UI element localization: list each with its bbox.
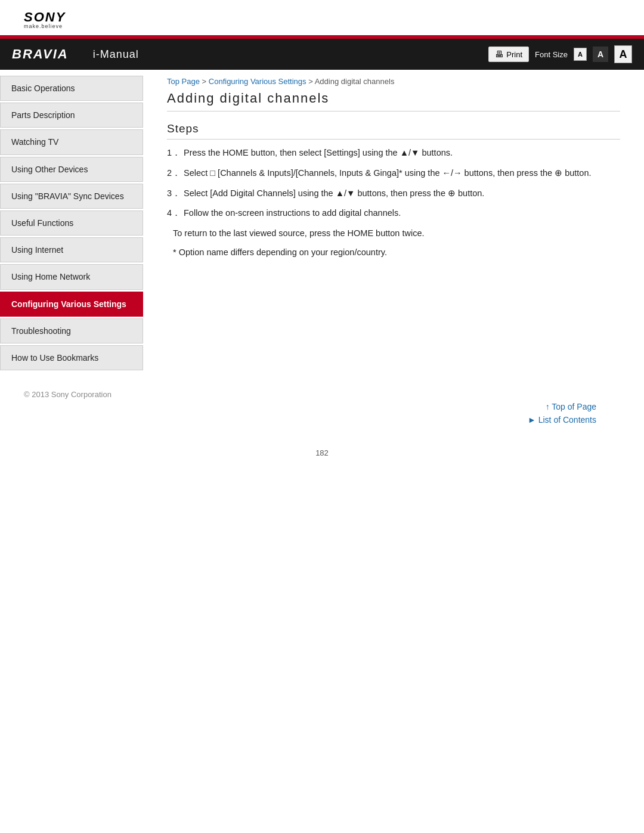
step-4-text: Follow the on-screen instructions to add… — [184, 208, 401, 218]
sidebar-item-how-to-use-bookmarks[interactable]: How to Use Bookmarks — [0, 345, 143, 370]
steps-list: 1． Press the HOME button, then select [S… — [167, 147, 620, 220]
font-size-small-button[interactable]: A — [574, 48, 587, 61]
printer-icon: 🖶 — [495, 49, 503, 59]
bravia-logo: BRAVIA — [12, 47, 69, 62]
page-number: 182 — [0, 442, 644, 469]
step-1-text: Press the HOME button, then select [Sett… — [184, 148, 453, 157]
breadcrumb-separator-2: > — [308, 77, 315, 86]
nav-divider — [79, 48, 82, 61]
font-size-large-button[interactable]: A — [614, 45, 632, 63]
sony-wordmark: SONY — [24, 11, 620, 24]
sidebar-item-using-internet[interactable]: Using Internet — [0, 237, 143, 262]
sidebar-item-using-bravia-sync[interactable]: Using "BRAVIA" Sync Devices — [0, 184, 143, 209]
nav-bar: BRAVIA i-Manual 🖶 Print Font Size A A A — [0, 39, 644, 70]
sidebar-item-troubleshooting[interactable]: Troubleshooting — [0, 318, 143, 343]
top-of-page-link[interactable]: ↑ Top of Page — [546, 402, 596, 411]
sidebar-item-configuring-settings[interactable]: Configuring Various Settings — [0, 292, 143, 317]
step-4: 4． Follow the on-screen instructions to … — [167, 207, 620, 220]
breadcrumb-separator-1: > — [202, 77, 209, 86]
step-4-num: 4． — [167, 207, 181, 220]
step-2-text: Select □ [Channels & Inputs]/[Channels, … — [184, 168, 592, 178]
font-size-medium-button[interactable]: A — [593, 47, 608, 62]
font-size-label: Font Size — [535, 50, 568, 59]
nav-bar-right: 🖶 Print Font Size A A A — [488, 45, 632, 63]
note-2: * Option name differs depending on your … — [167, 246, 620, 259]
print-label: Print — [506, 50, 522, 59]
list-of-contents-link[interactable]: ► List of Contents — [528, 415, 596, 425]
sidebar: Basic Operations Parts Description Watch… — [0, 70, 143, 378]
footer-links: ↑ Top of Page ► List of Contents — [528, 390, 620, 431]
nav-bar-left: BRAVIA i-Manual — [12, 47, 139, 62]
sidebar-item-using-other-devices[interactable]: Using Other Devices — [0, 157, 143, 182]
breadcrumb-top-page[interactable]: Top Page — [167, 77, 200, 86]
print-button[interactable]: 🖶 Print — [488, 47, 529, 62]
copyright-text: © 2013 Sony Corporation — [24, 390, 112, 399]
sidebar-item-watching-tv[interactable]: Watching TV — [0, 129, 143, 154]
sidebar-item-useful-functions[interactable]: Useful Functions — [0, 210, 143, 236]
right-arrow-icon: ► — [528, 415, 538, 425]
step-2-num: 2． — [167, 167, 181, 180]
step-1: 1． Press the HOME button, then select [S… — [167, 147, 620, 160]
copyright-bar: © 2013 Sony Corporation ↑ Top of Page ► … — [0, 378, 644, 442]
note-1: To return to the last viewed source, pre… — [167, 227, 620, 240]
step-3: 3． Select [Add Digital Channels] using t… — [167, 187, 620, 200]
step-3-text: Select [Add Digital Channels] using the … — [184, 188, 484, 198]
sony-logo: SONY make.believe — [24, 11, 620, 29]
main-layout: Basic Operations Parts Description Watch… — [0, 70, 644, 378]
page-title: Adding digital channels — [167, 91, 620, 112]
breadcrumb-current: Adding digital channels — [315, 77, 395, 86]
sidebar-item-parts-description[interactable]: Parts Description — [0, 103, 143, 128]
content-area: Top Page > Configuring Various Settings … — [143, 70, 644, 378]
step-2: 2． Select □ [Channels & Inputs]/[Channel… — [167, 167, 620, 180]
step-3-num: 3． — [167, 187, 181, 200]
up-arrow-icon: ↑ — [546, 402, 552, 411]
nav-bar-title: i-Manual — [93, 48, 139, 61]
breadcrumb-configuring-settings[interactable]: Configuring Various Settings — [209, 77, 306, 86]
breadcrumb: Top Page > Configuring Various Settings … — [167, 70, 620, 91]
sidebar-item-basic-operations[interactable]: Basic Operations — [0, 76, 143, 101]
section-heading: Steps — [167, 122, 620, 140]
sidebar-item-using-home-network[interactable]: Using Home Network — [0, 264, 143, 289]
step-1-num: 1． — [167, 147, 181, 160]
top-bar: SONY make.believe — [0, 0, 644, 35]
sony-tagline: make.believe — [24, 24, 620, 29]
